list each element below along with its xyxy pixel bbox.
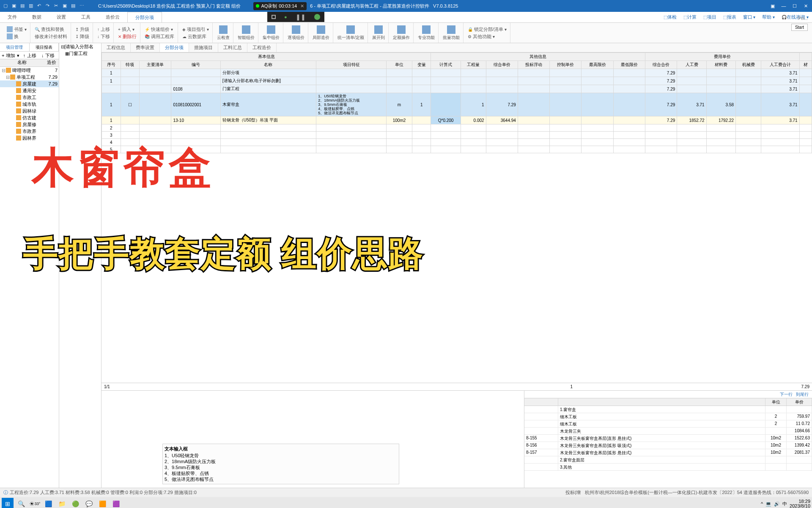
- partial-button[interactable]: 局部造价: [309, 23, 333, 43]
- lock-button[interactable]: 🔒锁定分部/清单 ▾: [468, 26, 507, 33]
- menu-report[interactable]: ⬚报表: [720, 12, 740, 22]
- stop-icon[interactable]: [272, 15, 276, 19]
- tree-row[interactable]: 市政工: [0, 94, 59, 101]
- expand-button[interactable]: 展开到: [369, 23, 389, 43]
- clock[interactable]: 18:29 2023/8/10: [790, 499, 810, 508]
- subtab[interactable]: 工程造价: [247, 43, 277, 52]
- start-button[interactable]: Start: [791, 24, 808, 31]
- nav-end[interactable]: 到尾行: [796, 392, 809, 397]
- print-icon[interactable]: ▥: [29, 3, 35, 9]
- tree-row[interactable]: 房屋修: [0, 121, 59, 128]
- smartgroup-button[interactable]: 智能组价: [234, 23, 258, 43]
- tree-row[interactable]: ⊟啤哩哔哩7: [0, 67, 59, 74]
- add-button[interactable]: +增加▾: [0, 52, 21, 59]
- more-icon[interactable]: ⋯: [80, 3, 85, 9]
- subtab[interactable]: 工料汇总: [218, 43, 247, 52]
- close-icon[interactable]: ✕: [803, 3, 809, 9]
- nav-next[interactable]: 下一行: [780, 392, 793, 397]
- mic-icon[interactable]: [314, 14, 320, 20]
- swap-button[interactable]: 换: [7, 33, 27, 40]
- tray-up-icon[interactable]: ^: [761, 501, 763, 506]
- other-button[interactable]: ⚙其他功能 ▾: [468, 33, 507, 40]
- itemgroup-button[interactable]: 逐项组价: [284, 23, 308, 43]
- footer-left[interactable]: [102, 383, 338, 390]
- batch-button[interactable]: 批量功能: [439, 23, 464, 43]
- mini-item[interactable]: ▦ 门窗工程: [59, 50, 101, 57]
- massgroup-button[interactable]: 集中组价: [259, 23, 283, 43]
- tree-row[interactable]: 房屋建7.29: [0, 80, 59, 87]
- cut-icon[interactable]: ✂: [54, 3, 60, 9]
- rec-close-icon[interactable]: ✕: [300, 3, 304, 9]
- tray-ime-icon[interactable]: 中: [782, 501, 787, 507]
- copy-icon[interactable]: ▣: [63, 3, 69, 9]
- grid-row[interactable]: 113-10轻钢龙骨（U50型）吊顶 平面100m2Q*0.2000.00236…: [102, 116, 812, 124]
- new-icon[interactable]: ▢: [3, 3, 9, 9]
- bookmark-button[interactable]: 书签 ▾: [7, 26, 27, 33]
- app-icon-1[interactable]: 🟦: [42, 498, 54, 508]
- tray-net-icon[interactable]: 💻: [765, 501, 771, 507]
- menu-calc[interactable]: ⬚计算: [680, 12, 700, 22]
- delete-button[interactable]: ✕删除行: [118, 33, 137, 40]
- br-row[interactable]: 2.窗帘盒面层: [524, 456, 812, 464]
- downgrade-button[interactable]: ↧降级: [75, 33, 89, 40]
- footer-right[interactable]: [575, 383, 812, 390]
- find-button[interactable]: 🔍查找和替换: [35, 26, 67, 33]
- tree-row[interactable]: 仿古建: [0, 114, 59, 121]
- main-grid[interactable]: 基本信息其他信息费用单价序号特项主要清单编号名称项目特征单位变量计算式工程量综合…: [102, 52, 812, 153]
- pro-button[interactable]: 专业功能: [414, 23, 439, 43]
- pause-icon[interactable]: ❚❚: [296, 14, 306, 20]
- grid-row[interactable]: 0108门窗工程7.293.71: [102, 85, 812, 93]
- grid-row[interactable]: 1☐010810002001木窗帘盒1、U50轻钢龙骨 2、18mmA级防火压力…: [102, 93, 812, 116]
- quotaop-button[interactable]: 定额操作: [390, 23, 414, 43]
- up-button[interactable]: ↑上移: [21, 52, 40, 59]
- subtab[interactable]: 分部分项: [160, 43, 189, 52]
- moveup-button[interactable]: ↑上移: [97, 26, 110, 33]
- down-button[interactable]: ↓下移: [40, 52, 58, 59]
- menu-data[interactable]: 数据: [25, 12, 49, 22]
- explorer-icon[interactable]: 📁: [56, 498, 68, 508]
- tree-row[interactable]: 园林绿: [0, 108, 59, 114]
- quickgroup-button[interactable]: ⚡快速组价 ▾: [145, 26, 174, 33]
- tree-row[interactable]: 市政养: [0, 128, 59, 135]
- app-icon-3[interactable]: 💬: [83, 498, 95, 508]
- menu-subdivision[interactable]: 分部分项: [127, 12, 162, 22]
- app-icon-5[interactable]: 🟪: [110, 498, 122, 508]
- menu-cloud[interactable]: 造价云: [98, 12, 127, 22]
- subtab[interactable]: 措施项目: [189, 43, 218, 52]
- undo-icon[interactable]: ↶: [37, 3, 43, 9]
- start-icon[interactable]: ⊞: [2, 498, 14, 508]
- tray-sound-icon[interactable]: 🔊: [774, 501, 780, 507]
- br-row[interactable]: 细木工板211 0.72: [524, 420, 812, 428]
- grid-row[interactable]: 2: [102, 124, 812, 132]
- br-row[interactable]: 细木工板2759.97: [524, 413, 812, 420]
- menu-check[interactable]: ⬚体检: [660, 12, 680, 22]
- subtab[interactable]: 费率设置: [131, 43, 160, 52]
- maximize-icon[interactable]: ☐: [792, 3, 798, 9]
- menu-window[interactable]: 窗口 ▾: [740, 12, 759, 22]
- restore-icon[interactable]: ▣: [770, 3, 776, 9]
- guide-button[interactable]: ◈项目指引 ▾: [182, 26, 209, 33]
- open-icon[interactable]: ▣: [12, 3, 18, 9]
- tab-project-mgmt[interactable]: 项目管理: [0, 43, 30, 51]
- menu-settings[interactable]: 设置: [49, 12, 74, 22]
- br-row[interactable]: 8-156木龙骨三夹板窗帘盒基层(弧形 吸顶式)10m21399.42: [524, 442, 812, 449]
- search-icon[interactable]: 🔍: [15, 498, 27, 508]
- text-input-box[interactable]: 文本输入框 1、U50轻钢龙骨2、18mmA级防火压力板3、9.5mm石膏板4、…: [162, 444, 399, 484]
- app-icon-4[interactable]: 🟧: [96, 498, 108, 508]
- br-row[interactable]: 8-155木龙骨三夹板窗帘盒基层(直形 悬挂式)10m21522.63: [524, 435, 812, 442]
- upgrade-button[interactable]: ↥升级: [75, 26, 89, 33]
- minimize-icon[interactable]: —: [781, 3, 787, 9]
- grid-row[interactable]: 1分部分项7.293.71: [102, 69, 812, 77]
- menu-project[interactable]: ⬚项目: [700, 12, 720, 22]
- movedown-button[interactable]: ↓下移: [97, 33, 110, 40]
- weather-icon[interactable]: ☀33°: [29, 498, 41, 508]
- save-icon[interactable]: ▤: [20, 3, 26, 9]
- tree-row[interactable]: 城市轨: [0, 101, 59, 108]
- br-row[interactable]: 1.窗帘盒: [524, 406, 812, 413]
- quotalib-button[interactable]: 📚调用工程库: [145, 33, 174, 40]
- modify-button[interactable]: 修改未计价材料: [35, 33, 67, 40]
- grid-row[interactable]: 3: [102, 132, 812, 139]
- clouddb-button[interactable]: ☁云数据库: [182, 33, 209, 40]
- redo-icon[interactable]: ↷: [46, 3, 52, 9]
- subtab[interactable]: 工程信息: [102, 43, 131, 52]
